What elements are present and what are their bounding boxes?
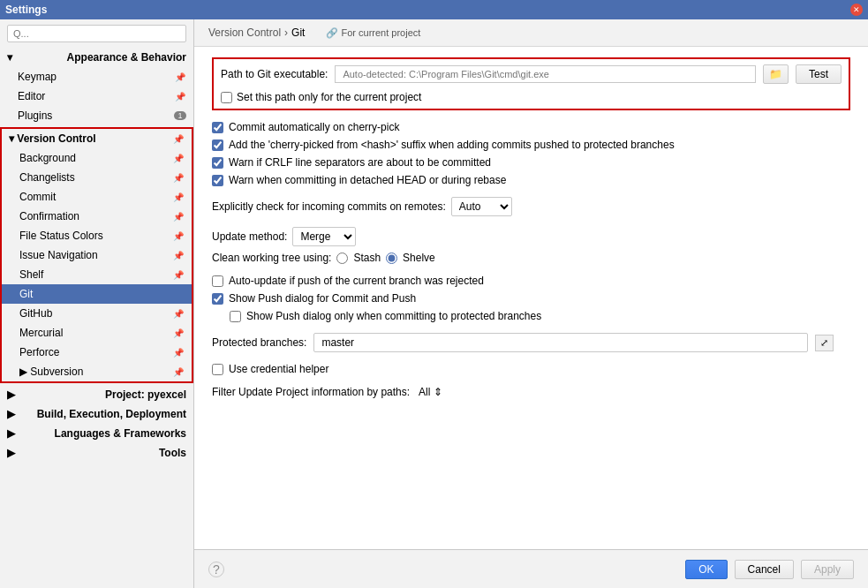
sidebar-label: Perforce: [19, 346, 59, 358]
use-credential-checkbox[interactable]: [212, 364, 223, 375]
sidebar-label: Confirmation: [19, 210, 79, 222]
sidebar-item-languages[interactable]: ▶ Languages & Frameworks: [0, 424, 193, 443]
sidebar-label: Build, Execution, Deployment: [37, 408, 186, 420]
sidebar-item-editor[interactable]: Editor 📌: [0, 87, 193, 106]
sidebar-label: Languages & Frameworks: [55, 427, 186, 440]
cherry-picked-suffix-label: Add the 'cherry-picked from <hash>' suff…: [229, 139, 675, 151]
detached-label: Warn when committing in detached HEAD or…: [229, 174, 506, 186]
pin-icon: 📌: [172, 268, 185, 281]
sidebar-label: Appearance & Behavior: [67, 51, 186, 64]
titlebar-controls: ✕: [850, 4, 863, 16]
option-cherry-picked-suffix: Add the 'cherry-picked from <hash>' suff…: [212, 139, 850, 151]
sidebar-item-keymap[interactable]: Keymap 📌: [0, 67, 193, 87]
stash-label: Stash: [353, 252, 381, 264]
main-panel: Version Control › Git 🔗 For current proj…: [194, 19, 868, 588]
shelve-label: Shelve: [403, 252, 435, 264]
browse-button[interactable]: 📁: [763, 64, 789, 84]
sidebar-item-version-control[interactable]: ▾ Version Control 📌: [2, 129, 192, 148]
filter-label: Filter Update Project information by pat…: [212, 386, 410, 398]
protected-input[interactable]: [313, 333, 808, 352]
pin-icon: 📌: [172, 366, 185, 378]
path-row: Path to Git executable: 📁 Test: [221, 64, 842, 84]
path-checkbox-label: Set this path only for the current proje…: [237, 91, 421, 103]
pin-icon: 📌: [172, 171, 185, 184]
sidebar-item-commit[interactable]: Commit 📌: [2, 187, 192, 207]
sidebar-item-perforce[interactable]: Perforce 📌: [2, 343, 192, 362]
crlf-checkbox[interactable]: [212, 157, 223, 169]
detached-checkbox[interactable]: [212, 175, 223, 186]
sidebar-label: Commit: [19, 191, 56, 203]
auto-update-checkbox[interactable]: [212, 275, 223, 287]
protected-branches-row: Protected branches: ⤢: [212, 333, 850, 352]
breadcrumb-path2: Git: [291, 26, 305, 39]
cherry-pick-label: Commit automatically on cherry-pick: [229, 121, 399, 133]
sidebar-item-issue-navigation[interactable]: Issue Navigation 📌: [2, 245, 192, 265]
pin-icon: 📌: [172, 152, 185, 164]
plugins-badge: 1: [174, 111, 186, 120]
close-button[interactable]: ✕: [850, 4, 863, 16]
sidebar-item-build[interactable]: ▶ Build, Execution, Deployment: [0, 404, 193, 424]
sidebar-item-project[interactable]: ▶ Project: pyexcel: [0, 385, 193, 404]
git-settings-content: Path to Git executable: 📁 Test Set this …: [194, 47, 868, 549]
arrow-icon: ▾: [9, 132, 14, 145]
use-credential-label: Use credential helper: [229, 363, 328, 375]
sidebar-item-background[interactable]: Background 📌: [2, 148, 192, 168]
window-title: Settings: [5, 4, 47, 16]
sidebar-label: Shelf: [19, 268, 43, 281]
update-method-row: Update method: Merge Rebase: [212, 227, 850, 246]
sidebar-label: Changelists: [19, 171, 75, 184]
sidebar-item-tools[interactable]: ▶ Tools: [0, 443, 193, 463]
update-method-label: Update method:: [212, 230, 287, 243]
pin-icon: 📌: [172, 327, 185, 339]
arrow-icon: ▶: [7, 447, 15, 459]
sidebar-item-github[interactable]: GitHub 📌: [2, 304, 192, 323]
arrow-icon: ▶: [19, 366, 27, 378]
sidebar-item-changelists[interactable]: Changelists 📌: [2, 168, 192, 187]
clean-tree-row: Clean working tree using: Stash Shelve: [212, 252, 850, 264]
filter-arrows-icon: ⇕: [434, 386, 442, 398]
apply-button[interactable]: Apply: [801, 560, 854, 579]
cherry-picked-suffix-checkbox[interactable]: [212, 139, 223, 151]
sidebar-item-plugins[interactable]: Plugins 1: [0, 106, 193, 125]
search-input[interactable]: [7, 25, 186, 42]
breadcrumb-path1: Version Control: [208, 26, 281, 39]
sidebar-label: Tools: [159, 447, 186, 459]
option-detached: Warn when committing in detached HEAD or…: [212, 174, 850, 186]
sidebar: ▾ Appearance & Behavior Keymap 📌 Editor …: [0, 19, 194, 588]
sidebar-label: Issue Navigation: [19, 249, 98, 261]
sidebar-item-git[interactable]: Git: [2, 284, 192, 304]
footer-buttons: OK Cancel Apply: [685, 560, 854, 579]
stash-radio[interactable]: [336, 253, 348, 264]
protected-label: Protected branches:: [212, 336, 306, 349]
breadcrumb-for-project-text: For current project: [341, 27, 420, 38]
sidebar-item-file-status-colors[interactable]: File Status Colors 📌: [2, 226, 192, 245]
path-current-project-checkbox[interactable]: [221, 92, 232, 103]
sidebar-item-appearance[interactable]: ▾ Appearance & Behavior: [0, 48, 193, 67]
sidebar-item-mercurial[interactable]: Mercurial 📌: [2, 323, 192, 343]
auto-update-label: Auto-update if push of the current branc…: [229, 275, 484, 287]
option-crlf: Warn if CRLF line separators are about t…: [212, 156, 850, 169]
ok-button[interactable]: OK: [685, 560, 727, 579]
pin-icon: 📌: [174, 71, 186, 83]
breadcrumb: Version Control › Git 🔗 For current proj…: [194, 19, 868, 47]
arrow-icon: ▶: [7, 408, 15, 420]
test-button[interactable]: Test: [796, 64, 842, 84]
shelve-radio[interactable]: [386, 253, 397, 264]
sidebar-label: GitHub: [19, 307, 52, 320]
show-push-protected-checkbox[interactable]: [230, 311, 241, 322]
expand-button[interactable]: ⤢: [815, 335, 834, 351]
sidebar-label: Mercurial: [19, 327, 63, 339]
help-button[interactable]: ?: [208, 562, 224, 577]
incoming-select[interactable]: Auto Always Never: [451, 197, 512, 216]
path-section: Path to Git executable: 📁 Test Set this …: [212, 57, 850, 110]
sidebar-item-shelf[interactable]: Shelf 📌: [2, 265, 192, 284]
pin-icon: 📌: [172, 307, 185, 320]
show-push-dialog-checkbox[interactable]: [212, 293, 223, 305]
cancel-button[interactable]: Cancel: [735, 560, 794, 579]
sidebar-item-subversion[interactable]: ▶ Subversion 📌: [2, 362, 192, 381]
sidebar-item-confirmation[interactable]: Confirmation 📌: [2, 207, 192, 226]
show-push-protected-row: Show Push dialog only when committing to…: [212, 310, 850, 322]
path-input[interactable]: [335, 65, 756, 83]
cherry-pick-checkbox[interactable]: [212, 122, 223, 133]
update-method-select[interactable]: Merge Rebase: [292, 227, 356, 246]
